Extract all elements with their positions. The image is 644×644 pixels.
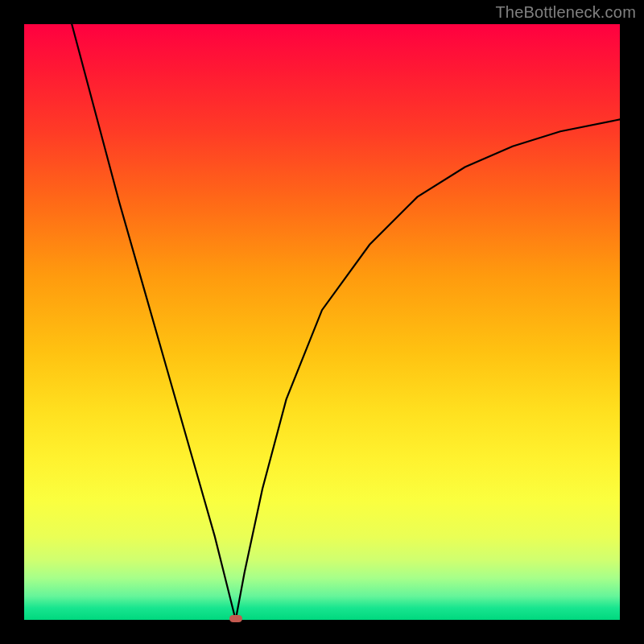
minimum-marker xyxy=(229,615,242,622)
curve-right-branch xyxy=(236,119,620,620)
watermark-text: TheBottleneck.com xyxy=(495,3,636,22)
chart-frame: TheBottleneck.com xyxy=(0,0,644,644)
bottleneck-curve xyxy=(24,24,620,620)
curve-left-branch xyxy=(72,24,236,620)
plot-area xyxy=(24,24,620,620)
